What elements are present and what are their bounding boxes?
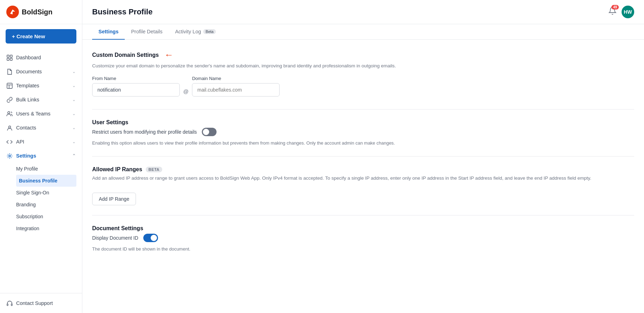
users-icon xyxy=(6,111,13,117)
sub-nav-integration[interactable]: Integration xyxy=(16,222,82,234)
svg-rect-10 xyxy=(7,304,8,306)
at-symbol: @ xyxy=(180,84,192,99)
from-name-group: From Name xyxy=(92,76,180,96)
sidebar-item-contacts[interactable]: Contacts ⌄ xyxy=(0,121,82,135)
notification-badge: 49 xyxy=(611,5,619,9)
sub-nav-my-profile[interactable]: My Profile xyxy=(16,163,82,175)
sidebar-item-bulk-links-label: Bulk Links xyxy=(16,97,39,102)
contact-support-label: Contact Support xyxy=(16,300,53,306)
gear-icon xyxy=(6,153,13,159)
svg-rect-1 xyxy=(10,55,12,57)
sidebar-item-settings[interactable]: Settings ⌃ xyxy=(0,149,82,163)
tab-settings[interactable]: Settings xyxy=(92,24,125,40)
restrict-label: Restrict users from modifying their prof… xyxy=(92,129,197,135)
sidebar-item-dashboard[interactable]: Dashboard xyxy=(0,51,82,65)
svg-rect-2 xyxy=(7,58,9,60)
allowed-ip-beta-badge: BETA xyxy=(146,167,162,172)
svg-rect-4 xyxy=(7,83,12,88)
top-header: Business Profile 49 HW xyxy=(82,0,644,24)
logo-text: BoldSign xyxy=(22,8,53,16)
sub-nav-business-profile[interactable]: Business Profile xyxy=(16,175,76,187)
chevron-down-icon: ⌄ xyxy=(72,139,76,144)
sidebar-footer: Contact Support xyxy=(0,293,82,313)
domain-name-input[interactable] xyxy=(192,83,280,96)
sidebar-item-documents[interactable]: Documents ⌄ xyxy=(0,65,82,79)
from-name-input[interactable] xyxy=(92,83,180,96)
restrict-toggle-row: Restrict users from modifying their prof… xyxy=(92,128,634,136)
document-settings-title: Document Settings xyxy=(92,225,634,232)
tab-activity-log[interactable]: Activity Log Beta xyxy=(169,24,222,40)
domain-name-label: Domain Name xyxy=(192,76,280,81)
sidebar-item-bulk-links[interactable]: Bulk Links ⌄ xyxy=(0,93,82,107)
sidebar-item-users-teams-label: Users & Teams xyxy=(16,111,50,116)
user-settings-section: User Settings Restrict users from modify… xyxy=(92,119,634,157)
domain-name-group: Domain Name xyxy=(192,76,280,96)
sidebar: BoldSign + Create New Dashboard xyxy=(0,0,82,313)
user-settings-title: User Settings xyxy=(92,119,634,126)
create-new-button[interactable]: + Create New xyxy=(6,29,76,44)
layout-icon xyxy=(6,82,13,89)
restrict-toggle[interactable] xyxy=(202,128,217,136)
add-ip-range-button[interactable]: Add IP Range xyxy=(92,193,136,205)
activity-log-beta-badge: Beta xyxy=(203,29,216,34)
sidebar-item-templates-label: Templates xyxy=(16,83,39,88)
chevron-down-icon: ⌄ xyxy=(72,69,76,74)
code-icon xyxy=(6,139,13,145)
main-content: Business Profile 49 HW Settings Profile … xyxy=(82,0,644,313)
domain-form-row: From Name @ Domain Name xyxy=(92,76,634,99)
page-title: Business Profile xyxy=(92,7,152,16)
notification-button[interactable]: 49 xyxy=(608,7,617,17)
grid-icon xyxy=(6,54,13,61)
file-icon xyxy=(6,68,13,75)
tab-settings-label: Settings xyxy=(98,29,118,34)
header-right: 49 HW xyxy=(608,6,634,24)
sidebar-item-users-teams[interactable]: Users & Teams ⌄ xyxy=(0,107,82,121)
svg-point-8 xyxy=(8,126,11,128)
svg-rect-11 xyxy=(11,304,12,306)
allowed-ip-section: Allowed IP Ranges BETA Add an allowed IP… xyxy=(92,166,634,215)
sub-nav-single-sign-on[interactable]: Single Sign-On xyxy=(16,187,82,199)
custom-domain-section: Custom Domain Settings ← Customize your … xyxy=(92,49,634,109)
allowed-ip-desc: Add an allowed IP address or range to gr… xyxy=(92,175,634,182)
content-area: Custom Domain Settings ← Customize your … xyxy=(82,40,644,313)
tab-activity-log-label: Activity Log xyxy=(175,29,201,34)
restrict-desc: Enabling this option allows users to vie… xyxy=(92,140,634,147)
arrow-annotation: ← xyxy=(164,49,173,60)
tab-profile-details[interactable]: Profile Details xyxy=(125,24,169,40)
sub-nav-subscription[interactable]: Subscription xyxy=(16,211,82,222)
chevron-down-icon: ⌄ xyxy=(72,83,76,88)
allowed-ip-title: Allowed IP Ranges BETA xyxy=(92,166,634,173)
link-icon xyxy=(6,96,13,103)
display-doc-id-toggle[interactable] xyxy=(143,234,158,242)
sidebar-item-settings-label: Settings xyxy=(16,153,36,159)
sidebar-item-contacts-label: Contacts xyxy=(16,125,36,131)
headset-icon xyxy=(6,300,13,306)
tabs-bar: Settings Profile Details Activity Log Be… xyxy=(82,24,644,40)
contact-icon xyxy=(6,125,13,131)
custom-domain-desc: Customize your email domain to personali… xyxy=(92,62,634,69)
svg-rect-0 xyxy=(7,55,9,57)
sidebar-item-contact-support[interactable]: Contact Support xyxy=(0,296,82,310)
document-settings-section: Document Settings Display Document ID Th… xyxy=(92,225,634,262)
chevron-down-icon: ⌄ xyxy=(72,111,76,116)
svg-point-7 xyxy=(8,112,10,114)
logo-icon xyxy=(6,6,19,18)
svg-rect-3 xyxy=(10,58,12,60)
sidebar-item-api-label: API xyxy=(16,139,24,145)
display-doc-id-desc: The document ID will be shown in the doc… xyxy=(92,246,634,253)
display-doc-id-row: Display Document ID xyxy=(92,234,634,242)
sidebar-item-dashboard-label: Dashboard xyxy=(16,55,41,60)
chevron-down-icon: ⌄ xyxy=(72,125,76,130)
settings-sub-nav: My Profile Business Profile Single Sign-… xyxy=(0,163,82,234)
sidebar-item-templates[interactable]: Templates ⌄ xyxy=(0,79,82,93)
sidebar-item-api[interactable]: API ⌄ xyxy=(0,135,82,149)
tab-profile-details-label: Profile Details xyxy=(131,29,162,34)
sidebar-nav: Dashboard Documents ⌄ Templates xyxy=(0,48,82,293)
avatar[interactable]: HW xyxy=(622,6,634,18)
chevron-down-icon: ⌄ xyxy=(72,97,76,102)
svg-point-9 xyxy=(9,155,11,157)
sub-nav-branding[interactable]: Branding xyxy=(16,199,82,211)
display-doc-id-label: Display Document ID xyxy=(92,235,138,241)
from-name-label: From Name xyxy=(92,76,180,81)
sidebar-item-documents-label: Documents xyxy=(16,69,42,74)
